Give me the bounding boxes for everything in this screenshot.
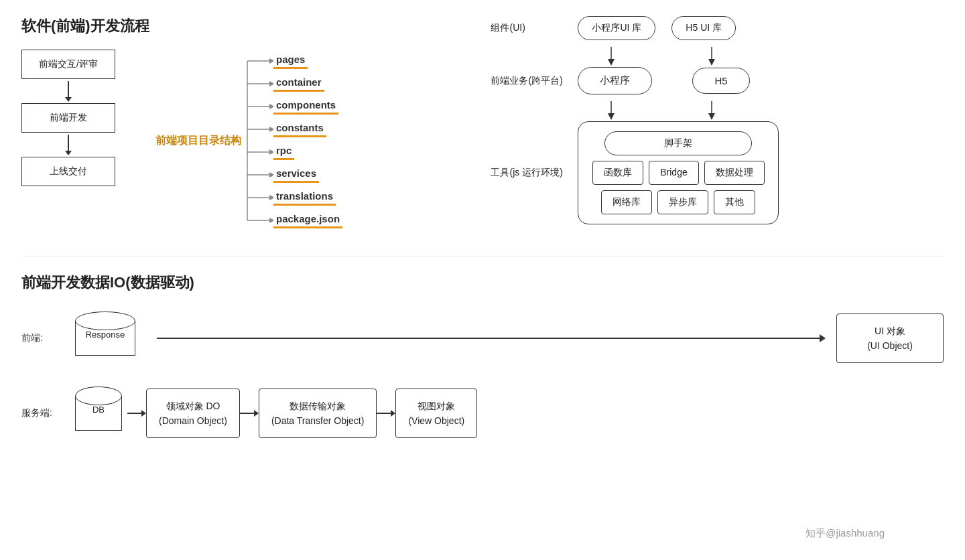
frontend-row: 前端: Response UI 对象 (UI Object)	[21, 311, 944, 365]
line	[240, 413, 254, 414]
arrows-ui-to-platform	[578, 47, 944, 67]
arrow-dto-vo	[377, 410, 395, 417]
box-network: 网络库	[601, 190, 652, 214]
io-diagram: 前端: Response UI 对象 (UI Object)	[21, 311, 944, 440]
box-async: 异步库	[657, 190, 708, 214]
box-bridge: Bridge	[649, 161, 698, 185]
comp-label-tools: 工具(js 运行环境)	[491, 167, 578, 179]
comp-row-platform: 前端业务(跨平台) 小程序 H5	[491, 67, 944, 94]
box-data-processing: 数据处理	[704, 161, 765, 185]
tools-row2: 网络库 异步库 其他	[589, 190, 767, 214]
arrows-svg-1	[578, 47, 765, 67]
ui-object-box: UI 对象 (UI Object)	[836, 313, 944, 364]
flow-arrow-1	[65, 79, 72, 103]
db-label: DB	[92, 404, 105, 414]
dto-box: 数据传输对象 (Data Transfer Object)	[259, 389, 377, 439]
backend-row: 服务端: DB 领域对象 DO (Domain Object)	[21, 387, 944, 440]
svg-marker-18	[608, 59, 615, 66]
dir-item-constants: constants	[273, 118, 342, 141]
flow-step-3: 上线交付	[21, 157, 115, 186]
dir-label: 前端项目目录结构	[155, 134, 241, 148]
head	[254, 410, 259, 417]
view-object-box: 视图对象 (View Object)	[395, 389, 477, 439]
backend-label: 服务端:	[21, 407, 75, 419]
svg-marker-20	[708, 59, 715, 66]
domain-object-box: 领域对象 DO (Domain Object)	[146, 389, 240, 439]
arrows-svg-2	[578, 101, 765, 121]
pill-h5: H5	[692, 68, 749, 94]
cylinder-top	[75, 311, 135, 330]
flow-container: 前端交互/评审 前端开发 上线交付 前端项目目录结构	[21, 50, 464, 232]
pill-miniapp-ui: 小程序UI 库	[578, 16, 655, 40]
frontend-content: Response UI 对象 (UI Object)	[75, 311, 944, 365]
comp-ui-items: 小程序UI 库 H5 UI 库	[578, 16, 736, 40]
comp-row-tools: 工具(js 运行环境) 脚手架 函数库 Bridge 数据处理 网络库 异步库 …	[491, 121, 944, 224]
frontend-label: 前端:	[21, 332, 75, 344]
flow-step-2: 前端开发	[21, 103, 115, 133]
bottom-title: 前端开发数据IO(数据驱动)	[21, 273, 944, 293]
tools-container: 脚手架 函数库 Bridge 数据处理 网络库 异步库 其他	[578, 121, 779, 224]
line	[377, 413, 391, 414]
cylinder-top-db	[75, 387, 122, 405]
head	[141, 410, 146, 417]
arrows-platform-to-tools	[578, 101, 944, 121]
component-diagram: 组件(UI) 小程序UI 库 H5 UI 库 前端业务(跨平台) 小程序 H5	[464, 16, 944, 232]
dir-items: pages container components constants rpc	[273, 50, 342, 232]
db-cylinder: DB	[75, 387, 122, 440]
box-functions: 函数库	[592, 161, 643, 185]
tree-lines-svg	[247, 50, 273, 232]
dir-item-services: services	[273, 163, 342, 186]
tools-scaffold-row: 脚手架	[589, 131, 767, 155]
watermark: 知乎@jiashhuang	[806, 527, 885, 540]
dir-item-rpc: rpc	[273, 141, 342, 163]
dir-item-translations: translations	[273, 186, 342, 209]
tools-row1: 函数库 Bridge 数据处理	[589, 161, 767, 185]
arrow-head	[820, 334, 826, 342]
pill-scaffold: 脚手架	[604, 131, 752, 155]
pill-h5-ui: H5 UI 库	[671, 16, 736, 40]
top-section: 软件(前端)开发流程 前端交互/评审 前端开发 上线交付 前端项目目录结构	[21, 16, 944, 232]
flow-steps: 前端交互/评审 前端开发 上线交付	[21, 50, 115, 186]
comp-label-ui: 组件(UI)	[491, 22, 578, 34]
arrow-line	[157, 338, 820, 339]
dir-item-container: container	[273, 72, 342, 95]
dir-item-components: components	[273, 95, 342, 118]
backend-content: DB 领域对象 DO (Domain Object)	[75, 387, 944, 440]
dev-flow-panel: 软件(前端)开发流程 前端交互/评审 前端开发 上线交付 前端项目目录结构	[21, 16, 464, 232]
pill-miniapp: 小程序	[578, 67, 652, 94]
line	[127, 413, 141, 414]
response-cylinder: Response	[75, 311, 135, 365]
flow-arrow-2	[65, 133, 72, 157]
bottom-section: 前端开发数据IO(数据驱动) 前端: Response UI 对象	[21, 256, 944, 440]
dir-item-pages: pages	[273, 50, 342, 72]
comp-row-ui: 组件(UI) 小程序UI 库 H5 UI 库	[491, 16, 944, 40]
dev-flow-title: 软件(前端)开发流程	[21, 16, 464, 36]
comp-label-platform: 前端业务(跨平台)	[491, 75, 578, 87]
dir-item-package: package.json	[273, 209, 342, 232]
flow-step-1: 前端交互/评审	[21, 50, 115, 79]
comp-platform-items: 小程序 H5	[578, 67, 749, 94]
svg-marker-22	[608, 113, 615, 120]
dir-structure: 前端项目目录结构	[155, 50, 342, 232]
box-other: 其他	[714, 190, 755, 214]
svg-marker-24	[708, 113, 715, 120]
arrow-do-dto	[240, 410, 259, 417]
arrow-db-do	[127, 410, 146, 417]
frontend-arrow	[157, 334, 826, 342]
head	[391, 410, 395, 417]
response-label: Response	[86, 329, 125, 339]
